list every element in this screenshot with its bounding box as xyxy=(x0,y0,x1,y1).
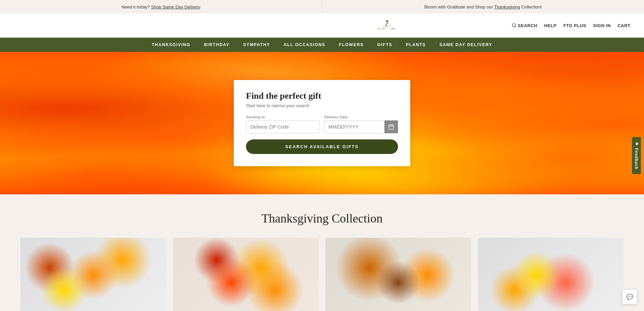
top-bar-right-text2: Collection! xyxy=(521,4,542,9)
search-box-subtitle: Start here to narrow your search xyxy=(246,103,398,108)
top-bar-left: Need it today? Shop Same Day Delivery xyxy=(7,4,315,9)
calendar-icon xyxy=(388,124,394,130)
search-form-row: Sending to Delivery Date xyxy=(246,115,398,133)
feedback-icon: ⚑ xyxy=(634,142,639,146)
svg-line-5 xyxy=(386,25,387,27)
cart-nav-item[interactable]: CART xyxy=(618,23,630,28)
nav-same-day-delivery[interactable]: SAME DAY DELIVERY xyxy=(439,42,492,47)
help-nav-item[interactable]: HELP xyxy=(544,23,557,28)
hero-section: Find the perfect gift Start here to narr… xyxy=(0,52,644,194)
product-image-2 xyxy=(173,238,319,311)
svg-point-2 xyxy=(386,20,388,22)
sending-to-label: Sending to xyxy=(246,115,320,119)
sign-in-nav-item[interactable]: SIGN IN xyxy=(593,23,611,28)
nav-gifts[interactable]: GIFTS xyxy=(377,42,392,47)
top-bar-right-text: Bloom with Gratitude and Shop our xyxy=(424,4,493,9)
svg-text:1910: 1910 xyxy=(390,27,395,30)
svg-line-7 xyxy=(387,23,389,24)
header-logo[interactable]: FTD 1910 xyxy=(263,17,512,34)
svg-line-4 xyxy=(385,25,386,27)
calendar-button[interactable] xyxy=(384,120,398,133)
search-label: SEARCH xyxy=(518,23,537,28)
top-bar-need-text: Need it today? xyxy=(121,4,150,9)
collection-title: Thanksgiving Collection xyxy=(20,211,624,226)
thanksgiving-link[interactable]: Thanksgiving xyxy=(494,4,520,9)
search-box-title: Find the perfect gift xyxy=(246,91,398,101)
product-card[interactable] xyxy=(20,238,166,311)
collection-section: Thanksgiving Collection xyxy=(0,194,644,311)
main-nav: THANKSGIVING BIRTHDAY SYMPATHY ALL OCCAS… xyxy=(0,38,644,52)
delivery-date-label: Delivery Date xyxy=(324,115,398,119)
svg-rect-10 xyxy=(389,125,394,130)
search-nav-item[interactable]: SEARCH xyxy=(512,23,537,28)
same-day-delivery-link[interactable]: Shop Same Day Delivery xyxy=(151,4,200,9)
top-bar: Need it today? Shop Same Day Delivery Bl… xyxy=(0,0,644,14)
ftd-logo-svg: FTD 1910 xyxy=(374,17,401,34)
product-card[interactable] xyxy=(478,238,624,311)
nav-all-occasions[interactable]: ALL OCCASIONS xyxy=(284,42,325,47)
search-icon xyxy=(512,23,516,28)
top-bar-divider xyxy=(322,3,322,10)
chat-icon: 💬 xyxy=(626,294,633,300)
date-input-wrapper xyxy=(324,120,398,133)
svg-point-8 xyxy=(512,24,515,27)
product-card[interactable] xyxy=(173,238,319,311)
zip-code-input[interactable] xyxy=(246,120,320,133)
delivery-date-group: Delivery Date xyxy=(324,115,398,133)
svg-text:FTD: FTD xyxy=(378,27,385,30)
chat-button[interactable]: 💬 xyxy=(622,289,637,304)
nav-sympathy[interactable]: SYMPATHY xyxy=(243,42,270,47)
search-box: Find the perfect gift Start here to narr… xyxy=(234,80,410,166)
products-grid xyxy=(20,238,624,311)
sending-to-group: Sending to xyxy=(246,115,320,133)
product-image-4 xyxy=(478,238,624,311)
nav-plants[interactable]: PLANTS xyxy=(406,42,426,47)
svg-line-9 xyxy=(515,26,516,27)
top-bar-right: Bloom with Gratitude and Shop our Thanks… xyxy=(329,4,638,9)
feedback-tab[interactable]: ⚑ Feedback xyxy=(632,137,641,174)
nav-birthday[interactable]: BIRTHDAY xyxy=(204,42,229,47)
search-available-gifts-button[interactable]: SEARCH AVAILABLE GIFTS xyxy=(246,139,398,154)
header-nav-right: SEARCH HELP FTD PLUS SIGN IN CART xyxy=(512,23,630,28)
product-image-3 xyxy=(325,238,471,311)
feedback-label: Feedback xyxy=(634,148,639,169)
nav-thanksgiving[interactable]: THANKSGIVING xyxy=(152,42,190,47)
product-card[interactable] xyxy=(325,238,471,311)
product-image-1 xyxy=(20,238,166,311)
header: FTD 1910 SEARCH HELP FTD PLUS SIGN IN CA… xyxy=(0,14,644,38)
nav-flowers[interactable]: FLOWERS xyxy=(339,42,364,47)
ftd-plus-nav-item[interactable]: FTD PLUS xyxy=(563,23,586,28)
